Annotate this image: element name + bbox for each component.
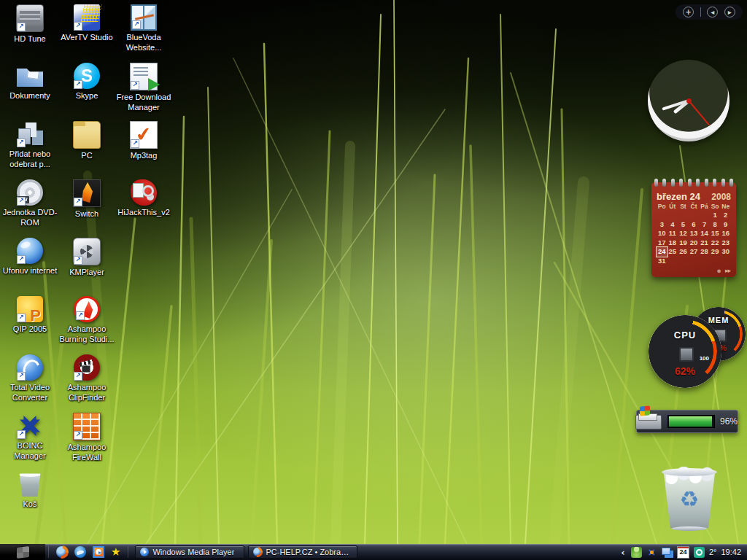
desktop-icon-ufonuv-internet[interactable]: ↗ Ufonuv internet [1, 238, 58, 276]
network-tray-icon[interactable] [662, 548, 670, 555]
calendar-blank-cell [699, 211, 710, 220]
calendar-day-cell[interactable]: 15 [710, 229, 721, 238]
desktop-icon-pc[interactable]: PC [58, 121, 115, 161]
calendar-tray-icon[interactable]: 24 [677, 546, 689, 559]
desktop-icon-kmplayer[interactable]: ↗ KMPlayer [58, 238, 115, 278]
taskbar-task-wmp[interactable]: Windows Media Player [135, 545, 244, 559]
calendar-day-cell[interactable]: 21 [699, 238, 710, 248]
teal-app-tray-icon[interactable] [694, 547, 705, 558]
calendar-day-cell[interactable]: 11 [667, 229, 678, 238]
sidebar-controls: + ◂ ▸ [676, 4, 743, 20]
calendar-day-cell[interactable]: 27 [689, 247, 700, 257]
divider [128, 546, 128, 558]
prev-page-button[interactable]: ◂ [707, 7, 718, 18]
wmp-icon[interactable] [93, 546, 104, 558]
desktop-icon-hijackthis[interactable]: HiJackThis_v2 [115, 179, 172, 218]
desktop-icon-mp3tag[interactable]: ↗ Mp3tag [115, 121, 172, 161]
desktop-icon-switch[interactable]: ↗ Switch [58, 179, 115, 219]
calendar-day-cell[interactable]: 14 [699, 229, 710, 238]
calendar-day-cell[interactable]: 23 [720, 238, 731, 248]
windows-flag-icon [640, 405, 650, 416]
add-gadget-button[interactable]: + [683, 7, 694, 18]
printer-icon [634, 406, 663, 431]
calendar-day-cell[interactable]: 9 [720, 220, 731, 230]
calendar-dow-label: Po [657, 202, 667, 211]
calendar-day-cell[interactable]: 26 [678, 247, 689, 257]
start-button[interactable] [0, 544, 45, 560]
calendar-day-cell[interactable]: 12 [678, 229, 689, 238]
shortcut-arrow-icon: ↗ [131, 139, 139, 148]
calendar-day-cell[interactable]: 20 [689, 238, 700, 248]
calendar-today-button[interactable]: ● [716, 267, 721, 274]
desktop-icon-kos[interactable]: Koš [1, 471, 58, 510]
calendar-day-cell[interactable]: 6 [689, 220, 700, 230]
calendar-day-cell[interactable]: 2 [720, 211, 731, 220]
calendar-day-cell[interactable]: 29 [710, 247, 721, 257]
battery-meter-gadget[interactable]: 96% [636, 410, 738, 433]
desktop-icon-label: QIP 2005 [1, 324, 58, 335]
tray-clock[interactable]: 19:42 [721, 548, 741, 556]
desktop-icon-skype[interactable]: ↗ Skype [58, 63, 115, 101]
desktop-icon-label: Ashampoo FireWall [58, 443, 115, 463]
desktop-icon-free-download-manager[interactable]: ↗ Free Download Manager [115, 63, 172, 113]
star-icon[interactable]: ★ [111, 546, 120, 558]
firefox-icon[interactable] [56, 546, 68, 558]
calendar-next-month-button[interactable]: ▸▸ [725, 267, 730, 274]
calendar-day-cell[interactable]: 13 [689, 229, 700, 238]
boinc-tray-icon[interactable]: × [646, 547, 657, 558]
calendar-day-cell[interactable]: 24 [657, 247, 667, 257]
desktop-icon-clipfinder[interactable]: ↗ Ashampoo ClipFinder [58, 354, 115, 403]
calendar-day-cell[interactable]: 8 [710, 220, 721, 230]
calendar-day-cell[interactable]: 19 [678, 238, 689, 248]
desktop-icon-total-video-converter[interactable]: ↗ Total Video Converter [1, 354, 58, 403]
desktop-icon-dvd-rom[interactable]: ↗ Jednotka DVD-ROM [1, 179, 58, 228]
bluevoda-icon: ↗ [131, 4, 157, 31]
calendar-day-cell[interactable]: 16 [720, 229, 731, 238]
calendar-gadget[interactable]: březen 24 2008 PoÚtStČtPáSoNe 1234567891… [651, 182, 736, 277]
desktop-icon-boinc-manager[interactable]: ↗ BOINC Manager [1, 413, 58, 462]
shortcut-arrow-icon: ↗ [74, 431, 82, 440]
desktop: ↗ HD Tune ↗ AVerTV Studio ↗ BlueVoda Web… [0, 0, 747, 560]
fdm-icon: ↗ [130, 63, 158, 90]
desktop-icon-qip-2005[interactable]: ↗ QIP 2005 [1, 296, 58, 335]
desktop-icon-firewall[interactable]: ↗ Ashampoo FireWall [58, 413, 115, 463]
qip-icon: ↗ [17, 296, 43, 322]
desktop-icon-label: Ufonuv internet [1, 266, 58, 276]
calendar-day-cell[interactable]: 31 [657, 257, 667, 266]
calendar-day-cell[interactable]: 1 [710, 211, 721, 220]
battery-percent: 96% [720, 416, 738, 427]
next-page-button[interactable]: ▸ [724, 7, 735, 18]
desktop-icon-burning-studio[interactable]: ↗ Ashampoo Burning Studi... [58, 296, 115, 345]
thunderbird-icon[interactable] [74, 546, 86, 558]
desktop-icon-dokumenty[interactable]: Dokumenty [1, 63, 58, 101]
calendar-day-cell[interactable]: 4 [667, 220, 678, 230]
calendar-blank-cell [710, 257, 721, 266]
qip-tray-icon[interactable] [631, 547, 642, 558]
taskbar-task-firefox[interactable]: PC-HELP.CZ • Zobrazi... [248, 545, 357, 559]
calendar-day-cell[interactable]: 7 [699, 220, 710, 230]
desktop-icon-hd-tune[interactable]: ↗ HD Tune [1, 4, 58, 44]
desktop-icon-bluevoda[interactable]: ↗ BlueVoda Website... [115, 4, 172, 53]
cpu-meter-gadget[interactable]: CPU 100 62% [649, 315, 721, 388]
desktop-icon-label: HD Tune [1, 34, 58, 44]
tray-collapse-chevron-icon[interactable]: ‹ [619, 547, 627, 558]
calendar-day-cell[interactable]: 10 [657, 229, 667, 238]
calendar-day-cell[interactable]: 3 [657, 220, 667, 230]
desktop-icon-avertv-studio[interactable]: ↗ AVerTV Studio [58, 4, 115, 43]
calendar-dow-label: Pá [699, 202, 710, 211]
calendar-day-cell[interactable]: 5 [678, 220, 689, 230]
calendar-day-cell[interactable]: 30 [720, 247, 731, 257]
desktop-icon-add-remove-programs[interactable]: ↗ Přidat nebo odebrat p... [1, 121, 58, 170]
calendar-day-cell[interactable]: 25 [667, 247, 678, 257]
calendar-day-cell[interactable]: 28 [699, 247, 710, 257]
recycle-bin-empty-icon [17, 471, 43, 497]
recycle-bin-full-icon[interactable]: ♻ [659, 465, 720, 531]
folder-icon [73, 121, 101, 149]
calendar-day-cell[interactable]: 18 [667, 238, 678, 248]
calendar-day-cell[interactable]: 22 [710, 238, 721, 248]
clock-gadget[interactable] [648, 60, 729, 141]
calendar-blank-cell [689, 211, 700, 220]
calendar-day-cell[interactable]: 17 [657, 238, 667, 248]
tray-temperature[interactable]: 2° [709, 548, 717, 556]
desktop-icon-label: Jednotka DVD-ROM [1, 208, 58, 228]
